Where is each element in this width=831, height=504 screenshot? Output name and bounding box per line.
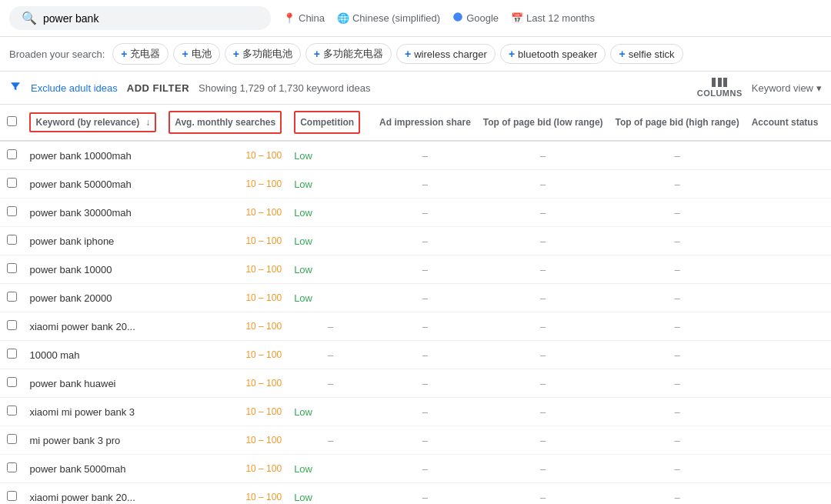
impression-cell: – [373, 284, 477, 312]
account-cell [746, 455, 831, 483]
columns-button[interactable]: COLUMNS [697, 78, 743, 98]
header: 🔍 📍 China 🌐 Chinese (simplified) Google … [0, 0, 831, 37]
row-checkbox-cell[interactable] [0, 455, 23, 483]
exclude-adult-link[interactable]: Exclude adult ideas [31, 82, 118, 94]
bid-low-cell: – [477, 369, 609, 398]
filter-search-engine[interactable]: Google [452, 12, 499, 25]
competition-cell: – [288, 369, 373, 398]
select-all-header[interactable] [0, 105, 23, 141]
row-checkbox-cell[interactable] [0, 341, 23, 369]
impression-header[interactable]: Ad impression share [373, 105, 477, 141]
bid-low-cell: – [477, 426, 609, 455]
broaden-tag-2[interactable]: + 多功能电池 [225, 43, 301, 65]
monthly-cell: 10 – 100 [162, 341, 288, 369]
bid-high-header[interactable]: Top of page bid (high range) [609, 105, 746, 141]
row-checkbox[interactable] [7, 491, 17, 501]
monthly-cell: 10 – 100 [162, 398, 288, 426]
bid-low-header[interactable]: Top of page bid (low range) [477, 105, 609, 141]
broaden-tag-4[interactable]: + wireless charger [396, 44, 496, 64]
keyword-header-box: Keyword (by relevance) ↓ [29, 112, 156, 132]
row-checkbox[interactable] [7, 434, 17, 444]
table-row: 10000 mah 10 – 100 – – – – [0, 341, 831, 369]
keyword-view-button[interactable]: Keyword view ▾ [752, 82, 822, 94]
plus-icon: + [121, 48, 127, 60]
broaden-bar: Broaden your search: + 充电器 + 电池 + 多功能电池 … [0, 37, 831, 72]
add-filter-button[interactable]: ADD FILTER [127, 82, 189, 94]
table-row: power bank 10000mah 10 – 100 Low – – – [0, 141, 831, 170]
row-checkbox[interactable] [7, 320, 17, 330]
account-cell [746, 312, 831, 341]
keyword-cell: power bank huawei [23, 369, 162, 398]
keyword-column-header[interactable]: Keyword (by relevance) ↓ [23, 105, 162, 141]
bid-high-cell: – [609, 398, 746, 426]
competition-cell: Low [288, 141, 373, 170]
keyword-cell: power bank 5000mah [23, 455, 162, 483]
bid-low-cell: – [477, 255, 609, 284]
row-checkbox[interactable] [7, 206, 17, 216]
row-checkbox-cell[interactable] [0, 141, 23, 170]
row-checkbox-cell[interactable] [0, 483, 23, 505]
plus-icon: + [619, 48, 625, 60]
broaden-tag-1[interactable]: + 电池 [173, 43, 219, 65]
row-checkbox-cell[interactable] [0, 284, 23, 312]
row-checkbox[interactable] [7, 462, 17, 472]
impression-cell: – [373, 141, 477, 170]
search-box[interactable]: 🔍 [9, 6, 271, 30]
monthly-cell: 10 – 100 [162, 369, 288, 398]
monthly-cell: 10 – 100 [162, 483, 288, 505]
keyword-cell: power bank iphone [23, 227, 162, 255]
row-checkbox-cell[interactable] [0, 227, 23, 255]
filter-china[interactable]: 📍 China [283, 12, 325, 24]
toolbar: Exclude adult ideas ADD FILTER Showing 1… [0, 72, 831, 105]
search-icon: 🔍 [22, 11, 37, 25]
row-checkbox[interactable] [7, 235, 17, 245]
competition-cell: – [288, 426, 373, 455]
monthly-cell: 10 – 100 [162, 426, 288, 455]
monthly-searches-header[interactable]: Avg. monthly searches [162, 105, 288, 141]
table-body: power bank 10000mah 10 – 100 Low – – – p… [0, 141, 831, 504]
row-checkbox[interactable] [7, 349, 17, 359]
table-row: mi power bank 3 pro 10 – 100 – – – – [0, 426, 831, 455]
row-checkbox-cell[interactable] [0, 398, 23, 426]
keyword-cell: 10000 mah [23, 341, 162, 369]
row-checkbox[interactable] [7, 149, 17, 159]
account-status-header[interactable]: Account status [746, 105, 831, 141]
bid-high-cell: – [609, 284, 746, 312]
row-checkbox[interactable] [7, 263, 17, 273]
account-cell [746, 227, 831, 255]
account-cell [746, 341, 831, 369]
table-row: power bank huawei 10 – 100 – – – – [0, 369, 831, 398]
bid-high-cell: – [609, 369, 746, 398]
svg-point-0 [453, 12, 462, 22]
filter-language[interactable]: 🌐 Chinese (simplified) [337, 12, 440, 24]
keyword-cell: mi power bank 3 pro [23, 426, 162, 455]
row-checkbox[interactable] [7, 377, 17, 387]
row-checkbox-cell[interactable] [0, 170, 23, 199]
row-checkbox[interactable] [7, 292, 17, 302]
broaden-tag-6[interactable]: + selfie stick [610, 44, 682, 64]
row-checkbox-cell[interactable] [0, 199, 23, 227]
broaden-tag-5[interactable]: + bluetooth speaker [500, 44, 606, 64]
row-checkbox-cell[interactable] [0, 312, 23, 341]
filter-date-range[interactable]: 📅 Last 12 months [511, 12, 595, 24]
row-checkbox[interactable] [7, 406, 17, 416]
bid-high-cell: – [609, 141, 746, 170]
competition-header[interactable]: Competition [288, 105, 373, 141]
table-container: Keyword (by relevance) ↓ Avg. monthly se… [0, 105, 831, 504]
broaden-tag-0[interactable]: + 充电器 [112, 43, 169, 65]
columns-icon [712, 78, 727, 87]
table-row: power bank 30000mah 10 – 100 Low – – – [0, 199, 831, 227]
row-checkbox-cell[interactable] [0, 369, 23, 398]
impression-cell: – [373, 255, 477, 284]
select-all-checkbox[interactable] [7, 116, 17, 126]
row-checkbox-cell[interactable] [0, 426, 23, 455]
keyword-cell: xiaomi power bank 20... [23, 312, 162, 341]
google-icon [452, 12, 463, 25]
search-input[interactable] [43, 12, 259, 25]
plus-icon: + [233, 48, 239, 60]
row-checkbox-cell[interactable] [0, 255, 23, 284]
row-checkbox[interactable] [7, 178, 17, 188]
broaden-tag-3[interactable]: + 多功能充电器 [305, 43, 392, 65]
bid-low-cell: – [477, 170, 609, 199]
account-cell [746, 284, 831, 312]
